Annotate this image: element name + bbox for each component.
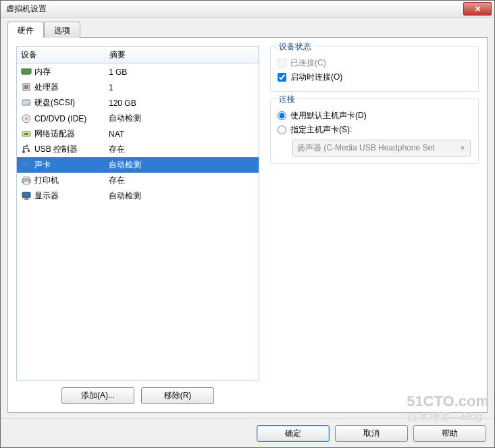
hardware-row-summary: 自动检测 <box>105 188 259 204</box>
hardware-row-device: CD/DVD (IDE) <box>17 111 105 126</box>
cpu-icon <box>21 82 32 92</box>
hardware-row[interactable]: 内存1 GB <box>17 64 259 80</box>
svg-rect-17 <box>24 177 29 179</box>
tab-pane-hardware: 设备 摘要 内存1 GB处理器1硬盘(SCSI)120 GBCD/DVD (ID… <box>7 37 488 413</box>
svg-rect-18 <box>24 181 29 184</box>
hardware-row-summary: 自动检测 <box>105 111 259 126</box>
sound-icon <box>21 160 32 169</box>
hardware-row-summary: NAT <box>105 126 259 142</box>
dialog-buttons: 确定 取消 帮助 <box>1 418 494 447</box>
hardware-row-summary: 1 <box>105 80 259 95</box>
cancel-button[interactable]: 取消 <box>335 425 408 442</box>
hardware-list[interactable]: 设备 摘要 内存1 GB处理器1硬盘(SCSI)120 GBCD/DVD (ID… <box>16 46 259 381</box>
svg-rect-1 <box>22 74 24 75</box>
svg-rect-20 <box>25 198 28 199</box>
printer-icon <box>21 175 32 185</box>
svg-rect-12 <box>24 133 28 135</box>
hardware-row-device: 声卡 <box>17 157 105 173</box>
group-connection-legend: 连接 <box>276 94 298 105</box>
rdo-use-default[interactable]: 使用默认主机声卡(D) <box>278 109 471 123</box>
cd-icon <box>21 114 32 123</box>
svg-rect-4 <box>28 74 30 75</box>
hardware-row-summary: 1 GB <box>105 64 259 80</box>
window-title: 虚拟机设置 <box>3 3 463 15</box>
svg-rect-19 <box>22 192 30 198</box>
titlebar: 虚拟机设置 ✕ <box>1 1 494 18</box>
memory-icon <box>21 67 32 76</box>
svg-rect-21 <box>24 199 29 200</box>
hardware-row-device: 打印机 <box>17 173 105 188</box>
usb-icon <box>21 144 32 154</box>
svg-rect-2 <box>24 74 26 75</box>
remove-button[interactable]: 移除(R) <box>141 387 214 404</box>
hardware-row-device: 处理器 <box>17 80 105 95</box>
group-connection: 连接 使用默认主机声卡(D) 指定主机声卡(S): 扬声器 (C-Media U… <box>270 99 479 164</box>
hardware-row[interactable]: CD/DVD (IDE)自动检测 <box>17 111 259 126</box>
close-button[interactable]: ✕ <box>463 2 492 16</box>
chk-connected: 已连接(C) <box>278 56 471 70</box>
hardware-row-summary: 存在 <box>105 142 259 157</box>
col-summary[interactable]: 摘要 <box>105 47 259 64</box>
chk-connect-at-power[interactable]: 启动时连接(O) <box>278 70 471 84</box>
svg-rect-6 <box>24 85 28 89</box>
hardware-row[interactable]: 打印机存在 <box>17 173 259 188</box>
col-device[interactable]: 设备 <box>17 47 105 64</box>
svg-rect-7 <box>22 100 30 105</box>
tabs: 硬件 选项 <box>7 22 488 38</box>
group-device-status-legend: 设备状态 <box>276 41 314 53</box>
svg-rect-0 <box>22 69 31 74</box>
host-soundcard-select: 扬声器 (C-Media USB Headphone Set ▼ <box>292 140 471 157</box>
hardware-row-summary: 存在 <box>105 173 259 188</box>
add-button[interactable]: 添加(A)... <box>61 387 134 404</box>
svg-point-10 <box>26 117 28 119</box>
group-device-status: 设备状态 已连接(C) 启动时连接(O) <box>270 46 479 92</box>
hardware-row-device: 硬盘(SCSI) <box>17 95 105 111</box>
svg-point-8 <box>28 103 29 105</box>
help-button[interactable]: 帮助 <box>413 425 486 442</box>
tab-hardware[interactable]: 硬件 <box>7 22 44 38</box>
tab-options[interactable]: 选项 <box>44 22 80 38</box>
hardware-row[interactable]: USB 控制器存在 <box>17 142 259 157</box>
chk-connected-input <box>278 59 286 67</box>
svg-rect-14 <box>28 150 30 152</box>
rdo-use-default-input[interactable] <box>278 111 286 120</box>
rdo-specify[interactable]: 指定主机声卡(S): <box>278 123 471 137</box>
hardware-row-device: USB 控制器 <box>17 142 105 157</box>
ok-button[interactable]: 确定 <box>257 425 330 442</box>
chk-connect-at-power-input[interactable] <box>278 73 286 82</box>
svg-rect-3 <box>26 74 28 75</box>
hardware-row[interactable]: 硬盘(SCSI)120 GB <box>17 95 259 111</box>
chevron-down-icon: ▼ <box>459 144 466 152</box>
hardware-row[interactable]: 处理器1 <box>17 80 259 95</box>
hardware-row[interactable]: 网络适配器NAT <box>17 126 259 142</box>
hardware-row-summary: 120 GB <box>105 95 259 111</box>
rdo-specify-input[interactable] <box>278 125 286 134</box>
hardware-row[interactable]: 显示器自动检测 <box>17 188 259 204</box>
display-icon <box>21 191 32 200</box>
hardware-row-summary: 自动检测 <box>105 157 259 173</box>
hardware-row[interactable]: 声卡自动检测 <box>17 157 259 173</box>
hardware-row-device: 显示器 <box>17 188 105 204</box>
hardware-row-device: 网络适配器 <box>17 126 105 142</box>
hardware-row-device: 内存 <box>17 64 105 80</box>
disk-icon <box>21 98 32 107</box>
net-icon <box>21 129 32 138</box>
svg-point-15 <box>26 145 28 147</box>
